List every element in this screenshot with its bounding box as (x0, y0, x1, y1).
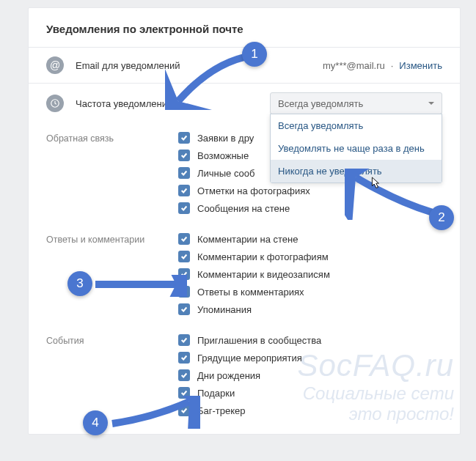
checkbox-label: Баг-трекер (197, 405, 246, 416)
checkbox-row[interactable]: Баг-трекер (178, 405, 321, 416)
checkbox[interactable] (178, 303, 190, 315)
checkbox-row[interactable]: Грядущие мероприятия (178, 352, 321, 364)
annotation-badge-2: 2 (429, 205, 454, 230)
checkbox-row[interactable]: Комментарии на стене (178, 233, 330, 245)
settings-section: Ответы и комментарииКомментарии на стене… (29, 217, 460, 318)
frequency-label: Частота уведомлений (76, 98, 172, 109)
checkbox[interactable] (178, 233, 190, 245)
checkbox-label: Комментарии к фотографиям (197, 251, 329, 262)
email-label: Email для уведомлений (76, 60, 180, 71)
checkbox[interactable] (178, 185, 190, 196)
frequency-row: Частота уведомлений Всегда уведомлять Вс… (29, 83, 460, 123)
checkbox[interactable] (178, 369, 190, 381)
freq-option-always[interactable]: Всегда уведомлять (271, 114, 442, 137)
checkbox-label: Заявки в дру (197, 133, 254, 144)
checkbox-row[interactable]: Ответы в комментариях (178, 286, 330, 298)
checkbox-label: Приглашения в сообщества (197, 335, 321, 346)
checkbox-label: Сообщения на стене (197, 203, 290, 214)
email-value: my***@mail.ru (323, 60, 385, 71)
frequency-select[interactable]: Всегда уведомлять (270, 92, 442, 114)
checkbox-label: Ответы в комментариях (197, 287, 304, 298)
clock-icon (46, 95, 64, 112)
separator: · (391, 60, 394, 71)
checkbox[interactable] (178, 202, 190, 214)
checkbox-row[interactable]: Упоминания (178, 303, 330, 315)
annotation-badge-1: 1 (242, 42, 267, 67)
annotation-badge-3: 3 (67, 271, 92, 296)
checkbox-label: Отметки на фотографиях (197, 185, 310, 196)
settings-section: СобытияПриглашения в сообществаГрядущие … (29, 318, 460, 419)
section-label: События (46, 334, 178, 416)
checkbox[interactable] (178, 251, 190, 262)
checkbox-row[interactable]: Комментарии к видеозаписям (178, 268, 330, 280)
checkbox-row[interactable]: Подарки (178, 387, 321, 399)
checkbox-label: Возможные (197, 150, 249, 161)
settings-panel: Уведомления по электронной почте @ Email… (28, 7, 461, 435)
checkbox[interactable] (178, 132, 190, 144)
checkbox[interactable] (178, 150, 190, 161)
page-title: Уведомления по электронной почте (29, 8, 460, 47)
section-label: Ответы и комментарии (46, 233, 178, 315)
change-email-link[interactable]: Изменить (399, 60, 442, 71)
checkbox[interactable] (178, 405, 190, 416)
section-label: Обратная связь (46, 132, 178, 214)
checkbox[interactable] (178, 268, 190, 280)
checkbox-label: Личные сооб (197, 168, 255, 179)
checkbox-label: Грядущие мероприятия (197, 353, 302, 364)
freq-option-daily[interactable]: Уведомлять не чаще раза в день (271, 137, 442, 160)
checkbox-group: Комментарии на стенеКомментарии к фотогр… (178, 233, 330, 315)
at-icon: @ (46, 56, 64, 74)
checkbox-row[interactable]: Приглашения в сообщества (178, 334, 321, 346)
checkbox[interactable] (178, 286, 190, 298)
checkbox-label: Комментарии на стене (197, 234, 298, 245)
checkbox[interactable] (178, 352, 190, 364)
checkbox-label: Подарки (197, 388, 235, 399)
freq-option-never[interactable]: Никогда не уведомлять (271, 160, 442, 182)
checkbox[interactable] (178, 387, 190, 399)
checkbox-row[interactable]: Отметки на фотографиях (178, 185, 310, 196)
frequency-selected: Всегда уведомлять (278, 98, 363, 109)
checkbox-row[interactable]: Комментарии к фотографиям (178, 251, 330, 262)
checkbox-row[interactable]: Дни рождения (178, 369, 321, 381)
annotation-badge-4: 4 (83, 410, 108, 435)
chevron-down-icon (428, 102, 434, 105)
checkbox-row[interactable]: Сообщения на стене (178, 202, 310, 214)
checkbox-label: Дни рождения (197, 370, 260, 381)
checkbox-group: Приглашения в сообществаГрядущие меропри… (178, 334, 321, 416)
checkbox-label: Комментарии к видеозаписям (197, 269, 330, 280)
checkbox-label: Упоминания (197, 304, 252, 315)
cursor-icon (368, 176, 381, 192)
checkbox[interactable] (178, 167, 190, 179)
frequency-dropdown: Всегда уведомлять Уведомлять не чаще раз… (270, 114, 442, 183)
checkbox[interactable] (178, 334, 190, 346)
